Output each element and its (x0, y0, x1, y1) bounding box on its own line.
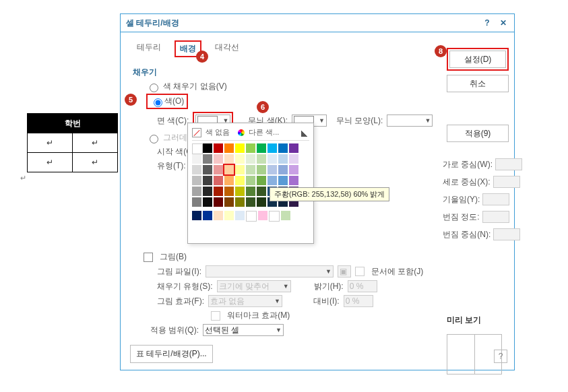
color-swatch[interactable] (257, 187, 266, 196)
color-swatch[interactable] (192, 154, 201, 164)
brightness-label: 밝기(H): (314, 281, 344, 292)
color-swatch[interactable] (246, 187, 255, 196)
color-swatch[interactable] (224, 211, 234, 220)
pattern-shape-label: 무늬 모양(L): (336, 115, 383, 127)
color-swatch[interactable] (246, 165, 255, 174)
table-border-bg-button[interactable]: 표 테두리/배경(P)... (130, 345, 213, 363)
color-swatch[interactable] (203, 187, 212, 196)
scope-select[interactable]: 선택된 셀▼ (203, 324, 284, 336)
no-color-label[interactable]: 색 없음 (206, 127, 230, 137)
radio-color-fill[interactable] (154, 98, 162, 107)
color-swatch[interactable] (224, 143, 234, 153)
color-swatch[interactable] (235, 165, 245, 174)
color-swatch[interactable] (214, 143, 223, 153)
label-color-fill[interactable]: 색(O) (164, 96, 184, 107)
chevron-down-icon: ▼ (319, 117, 325, 124)
color-swatch[interactable] (257, 154, 266, 164)
color-swatch[interactable] (214, 197, 223, 207)
color-swatch[interactable] (235, 143, 245, 153)
table-cell[interactable]: ↵ (28, 133, 73, 153)
color-swatch[interactable] (278, 176, 288, 185)
picture-checkbox[interactable] (144, 253, 153, 262)
color-swatch[interactable] (267, 165, 277, 174)
color-swatch[interactable] (278, 154, 288, 164)
color-swatch[interactable] (281, 211, 290, 220)
color-swatch-selected[interactable] (224, 165, 234, 174)
color-swatch[interactable] (203, 211, 212, 220)
color-swatch[interactable] (289, 165, 298, 174)
color-swatch[interactable] (203, 143, 212, 153)
color-swatch[interactable] (269, 211, 280, 222)
color-swatch[interactable] (192, 143, 203, 154)
color-swatch[interactable] (257, 165, 266, 174)
gradient-extra-fields: 가로 중심(W): 세로 중심(X): 기울임(Y): 번짐 정도: 번짐 중심… (443, 153, 550, 246)
color-swatch[interactable] (224, 154, 234, 164)
color-swatch[interactable] (278, 143, 288, 153)
color-swatch[interactable] (235, 197, 245, 207)
color-swatch[interactable] (214, 211, 223, 220)
color-swatch[interactable] (267, 143, 277, 153)
color-swatch[interactable] (214, 187, 223, 196)
color-swatch[interactable] (235, 187, 245, 196)
color-swatch[interactable] (246, 154, 255, 164)
table-cell[interactable]: ↵ (73, 153, 118, 172)
color-swatch[interactable] (246, 211, 257, 222)
picture-file-label: 그림 파일(I): (157, 266, 201, 277)
no-color-icon[interactable] (192, 128, 201, 137)
help-icon[interactable]: ? (482, 18, 493, 28)
embed-label: 문서에 포함(J) (371, 266, 423, 277)
v-center-spinner (493, 176, 520, 188)
picture-label[interactable]: 그림(B) (160, 251, 187, 263)
color-swatch[interactable] (257, 176, 266, 185)
color-swatch[interactable] (289, 154, 298, 164)
step-5-badge: 5 (125, 94, 137, 106)
color-swatch[interactable] (235, 176, 245, 185)
table-cell[interactable]: ↵ (73, 133, 118, 153)
color-swatch[interactable] (278, 165, 288, 174)
help-button[interactable]: ? (494, 350, 507, 363)
color-swatch[interactable] (246, 143, 255, 153)
tab-border[interactable]: 테두리 (134, 39, 164, 60)
color-swatch[interactable] (224, 187, 234, 196)
contrast-label: 대비(I): (313, 296, 340, 307)
color-swatch[interactable] (267, 176, 277, 185)
color-swatch[interactable] (258, 211, 267, 220)
radio-gradient[interactable] (150, 135, 158, 143)
radio-no-fill[interactable] (150, 84, 158, 92)
color-swatch[interactable] (192, 165, 201, 174)
color-swatch[interactable] (289, 143, 298, 153)
color-swatch[interactable] (214, 176, 223, 185)
spectrum-icon[interactable] (238, 129, 245, 136)
color-swatch[interactable] (289, 176, 298, 185)
more-colors-label[interactable]: 다른 색... (249, 127, 279, 137)
close-icon[interactable]: ✕ (498, 18, 509, 28)
color-swatch[interactable] (192, 197, 201, 207)
color-swatch[interactable] (246, 197, 255, 207)
color-swatch[interactable] (235, 154, 245, 164)
color-swatch[interactable] (224, 197, 234, 207)
color-swatch[interactable] (224, 176, 234, 185)
pattern-shape-select[interactable]: ▼ (387, 115, 433, 127)
table-cell[interactable]: ↵ (28, 153, 73, 172)
color-swatch[interactable] (246, 176, 255, 185)
color-swatch[interactable] (192, 176, 201, 185)
color-swatch[interactable] (257, 197, 266, 207)
color-swatch[interactable] (203, 154, 212, 164)
color-swatch[interactable] (203, 165, 212, 174)
color-swatch[interactable] (267, 154, 277, 164)
eyedropper-icon[interactable] (301, 129, 309, 137)
color-swatch[interactable] (235, 211, 245, 220)
watermark-checkbox (211, 311, 220, 321)
color-swatch[interactable] (203, 197, 212, 207)
color-swatch[interactable] (214, 154, 223, 164)
step-8-badge: 8 (435, 45, 447, 57)
color-swatch[interactable] (192, 187, 201, 196)
color-swatch[interactable] (203, 176, 212, 185)
tab-diagonal[interactable]: 대각선 (212, 39, 242, 60)
label-no-fill[interactable]: 색 채우기 없음(V) (163, 81, 227, 92)
color-swatch[interactable] (214, 165, 223, 174)
color-swatch[interactable] (257, 143, 266, 153)
brightness-spinner: 0 % (348, 280, 377, 292)
effect-select: 효과 없음▼ (208, 295, 282, 307)
color-swatch[interactable] (192, 211, 201, 220)
